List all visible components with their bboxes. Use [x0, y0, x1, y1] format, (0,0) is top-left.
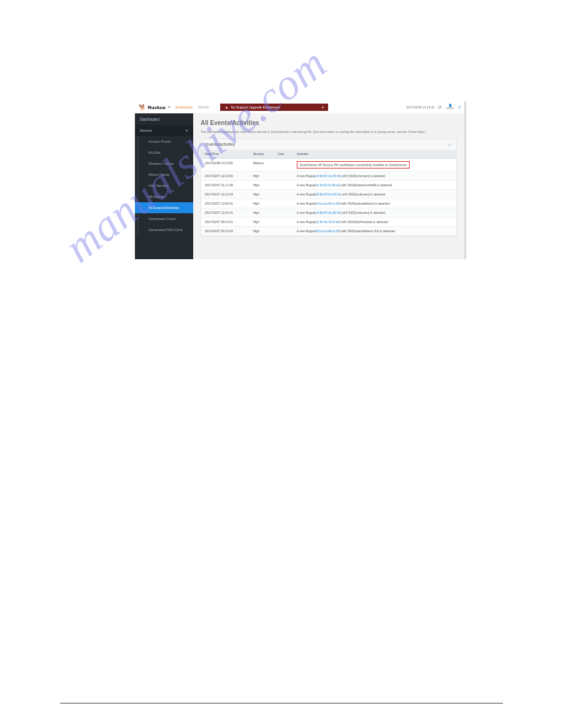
cell-datetime: 2017/02/07 21:11:08	[201, 181, 249, 190]
panel-header: Events/Activities ⤢	[201, 139, 456, 150]
mac-link[interactable]: fd:1a:ca:d9:e1:00	[316, 202, 340, 205]
mac-link[interactable]: b1:8c:5e:15:bf:a0	[316, 220, 340, 224]
refresh-icon[interactable]: ⟳	[438, 105, 442, 110]
chevron-down-icon: ▼	[321, 105, 324, 109]
cell-severity: High	[249, 190, 274, 199]
cell-datetime: 2017/02/07 22:24:06	[201, 172, 249, 181]
cell-activity: A new Rogue[c4:8d:97:0a:35:41] with SSID…	[293, 208, 456, 218]
topbar-right: 2017/02/08 14:14:10 ⟳ 👤 ruckus ?	[406, 104, 461, 110]
highlighted-activity: ZoneDirector AP Ruckus PKI certificates …	[297, 161, 410, 169]
col-activities[interactable]: Activities	[293, 150, 456, 159]
page-title: All Events/Activities	[201, 119, 457, 126]
cell-datetime: 2017/02/07 13:06:41	[201, 199, 249, 208]
expand-icon[interactable]: ⤢	[448, 142, 451, 146]
mac-link[interactable]: c4:8d:97:0a:35:41	[316, 211, 340, 214]
cell-user	[274, 227, 293, 236]
user-label: ruckus	[446, 107, 454, 110]
device-model: ZD1200	[198, 105, 209, 109]
sidebar-item-aaa-servers[interactable]: AAA Servers	[137, 180, 193, 191]
sidebar-item-wired-clients[interactable]: Wired Clients	[137, 169, 193, 180]
brand-name: Ruckus	[148, 105, 166, 110]
table-row: 2017/02/07 21:11:08HighA new Rogue[bc:5f…	[201, 181, 456, 190]
cell-datetime: 2017/02/07 08:19:21	[201, 218, 249, 227]
footer-rule	[60, 703, 503, 703]
events-panel: Events/Activities ⤢ Date/Time Severity U…	[201, 138, 457, 237]
cell-severity: High	[249, 199, 274, 208]
cell-user	[274, 172, 293, 181]
panel-title: Events/Activities	[206, 142, 235, 146]
col-user[interactable]: User	[274, 150, 293, 159]
cell-datetime: 2017/02/07 06:10:43	[201, 227, 249, 236]
warning-icon: ▲	[225, 105, 229, 109]
sidebar-item-wireless-clients[interactable]: Wireless Clients	[137, 158, 193, 169]
content-area: All Events/Activities This workspace dis…	[193, 113, 464, 259]
cell-user	[274, 190, 293, 199]
cell-user	[274, 159, 293, 172]
cell-activity: A new Rogue[b1:8c:5e:15:bf:a0] with SSID…	[293, 218, 456, 227]
mac-link[interactable]: bc:5f:e3:01:08:a2	[316, 183, 340, 187]
table-row: 2017/02/08 14:13:05MediumZoneDirector AP…	[201, 159, 456, 172]
sidebar-item-access-points[interactable]: Access Points	[137, 136, 193, 147]
app-window: 🐕 Ruckus ™ ZoneDirector ZD1200 ▲ No Supp…	[135, 101, 466, 259]
events-table: Date/Time Severity User Activities 2017/…	[201, 150, 456, 236]
nav-monitor[interactable]: Monitor ▼	[135, 125, 193, 136]
brand-logo: 🐕 Ruckus ™	[139, 104, 170, 111]
body: Dashboard Monitor ▼ Access Points WLANs …	[135, 113, 464, 259]
table-row: 2017/02/07 06:10:43HighA new Rogue[f8:1a…	[201, 227, 456, 236]
dog-icon: 🐕	[139, 104, 146, 111]
brand-sub: ZoneDirector	[175, 105, 193, 109]
sidebar-item-generated-psk[interactable]: Generated PSK/Certs	[137, 224, 193, 235]
timestamp: 2017/02/08 14:14:10	[406, 105, 434, 109]
alert-banner[interactable]: ▲ No Support Upgrade Entitlement. ▼	[220, 104, 328, 111]
cell-activity: A new Rogue[fd:1a:ca:d9:e1:00] with SSID…	[293, 199, 456, 208]
cell-severity: Medium	[249, 159, 274, 172]
cell-user	[274, 218, 293, 227]
sidebar-item-generated-guest[interactable]: Generated Guest	[137, 213, 193, 224]
mac-link[interactable]: c4:8d:97:1a:35:41	[316, 174, 340, 178]
table-row: 2017/02/07 16:12:43HighA new Rogue[09:8d…	[201, 190, 456, 199]
cell-activity: A new Rogue[c4:8d:97:1a:35:41] with SSID…	[293, 172, 456, 181]
nav-monitor-label: Monitor	[140, 129, 152, 132]
chevron-down-icon: ▼	[185, 129, 188, 132]
sidebar: Dashboard Monitor ▼ Access Points WLANs …	[135, 113, 193, 259]
page-description: This workspace displays the most recent …	[201, 130, 457, 134]
mac-link[interactable]: 09:8d:97:0a:34:b1	[316, 192, 340, 196]
user-menu[interactable]: 👤 ruckus	[446, 104, 454, 110]
cell-activity: ZoneDirector AP Ruckus PKI certificates …	[293, 159, 456, 172]
table-row: 2017/02/07 08:19:21HighA new Rogue[b1:8c…	[201, 218, 456, 227]
cell-severity: High	[249, 181, 274, 190]
cell-datetime: 2017/02/07 16:12:43	[201, 190, 249, 199]
tm-mark: ™	[167, 105, 170, 109]
nav-dashboard[interactable]: Dashboard	[135, 113, 193, 125]
cell-activity: A new Rogue[09:8d:97:0a:34:b1] with SSID…	[293, 190, 456, 199]
sidebar-item-all-events[interactable]: All Events/Activities	[135, 202, 193, 213]
cell-severity: High	[249, 208, 274, 218]
cell-severity: High	[249, 218, 274, 227]
sidebar-item-all-alarms[interactable]: All Alarms	[137, 191, 193, 202]
col-datetime[interactable]: Date/Time	[201, 150, 249, 159]
table-row: 2017/02/07 22:24:06HighA new Rogue[c4:8d…	[201, 172, 456, 181]
cell-severity: High	[249, 172, 274, 181]
cell-datetime: 2017/02/07 12:22:41	[201, 208, 249, 218]
cell-severity: High	[249, 227, 274, 236]
col-severity[interactable]: Severity	[249, 150, 274, 159]
cell-activity: A new Rogue[f8:1a:ca:d9:e1:05] with SSID…	[293, 227, 456, 236]
cell-datetime: 2017/02/08 14:13:05	[201, 159, 249, 172]
cell-activity: A new Rogue[bc:5f:e3:01:08:a2] with SSID…	[293, 181, 456, 190]
table-row: 2017/02/07 13:06:41HighA new Rogue[fd:1a…	[201, 199, 456, 208]
cell-user	[274, 181, 293, 190]
topbar: 🐕 Ruckus ™ ZoneDirector ZD1200 ▲ No Supp…	[135, 101, 464, 113]
cell-user	[274, 199, 293, 208]
help-icon[interactable]: ?	[458, 105, 461, 110]
banner-text: No Support Upgrade Entitlement.	[231, 105, 281, 109]
table-row: 2017/02/07 12:22:41HighA new Rogue[c4:8d…	[201, 208, 456, 218]
sidebar-item-wlans[interactable]: WLANs	[137, 147, 193, 158]
cell-user	[274, 208, 293, 218]
mac-link[interactable]: f8:1a:ca:d9:e1:05	[316, 229, 340, 233]
